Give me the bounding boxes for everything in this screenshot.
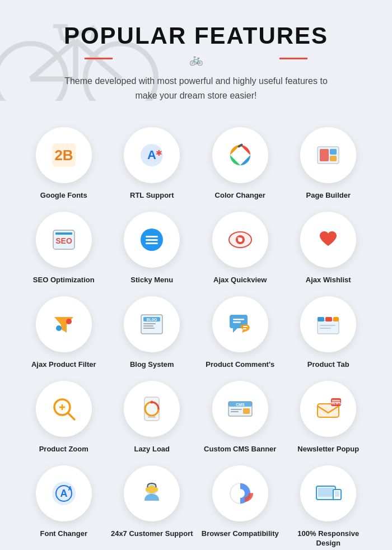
svg-rect-51 bbox=[333, 317, 339, 321]
svg-rect-40 bbox=[143, 325, 153, 327]
svg-point-35 bbox=[66, 319, 72, 324]
feature-label-ajax-product-filter: Ajax Product Filter bbox=[31, 360, 96, 370]
feature-icon-product-comments bbox=[212, 296, 268, 352]
svg-line-56 bbox=[68, 413, 74, 420]
feature-label-customer-support: 24x7 Customer Support bbox=[111, 529, 193, 539]
feature-item-seo-optimization: SEO SEO Optimization bbox=[22, 212, 105, 285]
feature-icon-font-changer: A A bbox=[36, 465, 92, 521]
feature-item-rtl-support: A ✱ RTL Support bbox=[111, 127, 194, 201]
feature-label-product-comments: Product Comment's bbox=[206, 360, 274, 370]
feature-icon-rtl-support: A ✱ bbox=[124, 127, 180, 183]
svg-rect-47 bbox=[243, 328, 246, 329]
svg-text:BL0G: BL0G bbox=[147, 318, 157, 321]
page-title: POPULAR FEATURES bbox=[11, 22, 381, 49]
svg-text:SEO: SEO bbox=[55, 236, 72, 245]
svg-rect-28 bbox=[146, 243, 158, 244]
feature-icon-seo-optimization: SEO bbox=[36, 212, 92, 268]
svg-point-81 bbox=[155, 487, 158, 492]
feature-item-responsive-design: 100% Responsive Design bbox=[287, 465, 370, 548]
feature-item-product-tab: Product Tab bbox=[287, 296, 370, 370]
feature-item-blog-system: BL0G Blog System bbox=[111, 296, 194, 370]
svg-rect-62 bbox=[148, 416, 156, 418]
feature-label-blog-system: Blog System bbox=[130, 360, 174, 370]
svg-point-80 bbox=[146, 487, 149, 492]
feature-label-lazy-load: Lazy Load bbox=[134, 445, 170, 454]
feature-item-custom-cms-banner: CMS Custom CMS Banner bbox=[199, 381, 282, 454]
feature-item-ajax-product-filter: Ajax Product Filter bbox=[22, 296, 105, 370]
feature-item-ajax-wishlist: Ajax Wishlist bbox=[287, 212, 370, 285]
svg-rect-39 bbox=[143, 323, 156, 324]
svg-rect-21 bbox=[330, 156, 337, 161]
features-grid: 2B Google Fonts A ✱ RTL Support Color Ch… bbox=[0, 116, 392, 550]
svg-rect-49 bbox=[318, 317, 324, 321]
feature-icon-ajax-product-filter bbox=[36, 296, 92, 352]
feature-label-google-fonts: Google Fonts bbox=[40, 191, 87, 201]
feature-icon-lazy-load bbox=[124, 381, 180, 437]
feature-icon-color-changer bbox=[212, 127, 268, 183]
svg-rect-23 bbox=[55, 232, 72, 235]
svg-rect-68 bbox=[243, 408, 250, 414]
svg-point-79 bbox=[148, 486, 156, 493]
page-header: POPULAR FEATURES 🚲 Theme developed with … bbox=[0, 0, 392, 116]
feature-icon-ajax-wishlist bbox=[300, 212, 356, 268]
svg-rect-44 bbox=[233, 319, 244, 320]
feature-label-custom-cms-banner: Custom CMS Banner bbox=[204, 445, 276, 454]
svg-point-16 bbox=[236, 151, 244, 159]
svg-text:A: A bbox=[147, 148, 156, 162]
svg-rect-53 bbox=[320, 328, 331, 329]
bike-icon: 🚲 bbox=[189, 53, 203, 66]
feature-item-font-changer: A A Font Changer bbox=[22, 465, 105, 548]
svg-rect-17 bbox=[237, 143, 243, 148]
feature-item-customer-support: 24x7 Customer Support bbox=[111, 465, 194, 548]
feature-label-ajax-quickview: Ajax Quickview bbox=[213, 276, 267, 285]
svg-rect-19 bbox=[320, 149, 329, 161]
feature-item-google-fonts: 2B Google Fonts bbox=[22, 127, 105, 201]
feature-label-product-zoom: Product Zoom bbox=[39, 445, 88, 454]
divider-left bbox=[85, 58, 113, 59]
feature-label-responsive-design: 100% Responsive Design bbox=[287, 529, 370, 548]
svg-rect-20 bbox=[330, 149, 337, 155]
feature-icon-customer-support bbox=[124, 465, 180, 521]
feature-item-sticky-menu: Sticky Menu bbox=[111, 212, 194, 285]
svg-rect-88 bbox=[335, 491, 339, 497]
feature-label-sticky-menu: Sticky Menu bbox=[130, 276, 173, 285]
feature-icon-product-tab bbox=[300, 296, 356, 352]
feature-item-page-builder: Page Builder bbox=[287, 127, 370, 201]
feature-icon-browser-compatibility bbox=[212, 465, 268, 521]
feature-item-color-changer: Color Changer bbox=[199, 127, 282, 201]
feature-item-product-comments: Product Comment's bbox=[199, 296, 282, 370]
feature-icon-product-zoom bbox=[36, 381, 92, 437]
svg-rect-45 bbox=[233, 321, 241, 323]
svg-rect-48 bbox=[318, 320, 339, 334]
svg-rect-66 bbox=[231, 409, 242, 410]
feature-label-browser-compatibility: Browser Compatibility bbox=[202, 529, 279, 539]
svg-rect-26 bbox=[146, 236, 158, 237]
divider-right bbox=[279, 58, 307, 59]
svg-rect-52 bbox=[320, 325, 335, 326]
svg-rect-67 bbox=[231, 411, 239, 412]
svg-point-83 bbox=[236, 489, 245, 498]
feature-item-newsletter-popup: NEWS Newsletter Popup bbox=[287, 381, 370, 454]
feature-item-browser-compatibility: Browser Compatibility bbox=[199, 465, 282, 548]
feature-label-rtl-support: RTL Support bbox=[130, 191, 174, 201]
svg-text:2B: 2B bbox=[54, 147, 73, 164]
feature-item-lazy-load: Lazy Load bbox=[111, 381, 194, 454]
feature-icon-page-builder bbox=[300, 127, 356, 183]
svg-point-61 bbox=[151, 400, 153, 403]
feature-icon-custom-cms-banner: CMS bbox=[212, 381, 268, 437]
feature-label-product-tab: Product Tab bbox=[307, 360, 349, 370]
page-subtitle: Theme developed with most powerful and h… bbox=[62, 74, 330, 102]
svg-text:A: A bbox=[68, 486, 72, 492]
feature-item-product-zoom: Product Zoom bbox=[22, 381, 105, 454]
svg-rect-46 bbox=[243, 326, 248, 327]
feature-icon-ajax-quickview bbox=[212, 212, 268, 268]
svg-text:✱: ✱ bbox=[156, 148, 162, 157]
feature-label-seo-optimization: SEO Optimization bbox=[33, 276, 95, 285]
svg-point-32 bbox=[237, 237, 240, 239]
svg-point-34 bbox=[56, 325, 62, 331]
feature-icon-newsletter-popup: NEWS bbox=[300, 381, 356, 437]
feature-label-newsletter-popup: Newsletter Popup bbox=[297, 445, 359, 454]
feature-label-color-changer: Color Changer bbox=[215, 191, 265, 201]
svg-rect-87 bbox=[318, 488, 334, 497]
svg-text:CMS: CMS bbox=[236, 403, 245, 407]
